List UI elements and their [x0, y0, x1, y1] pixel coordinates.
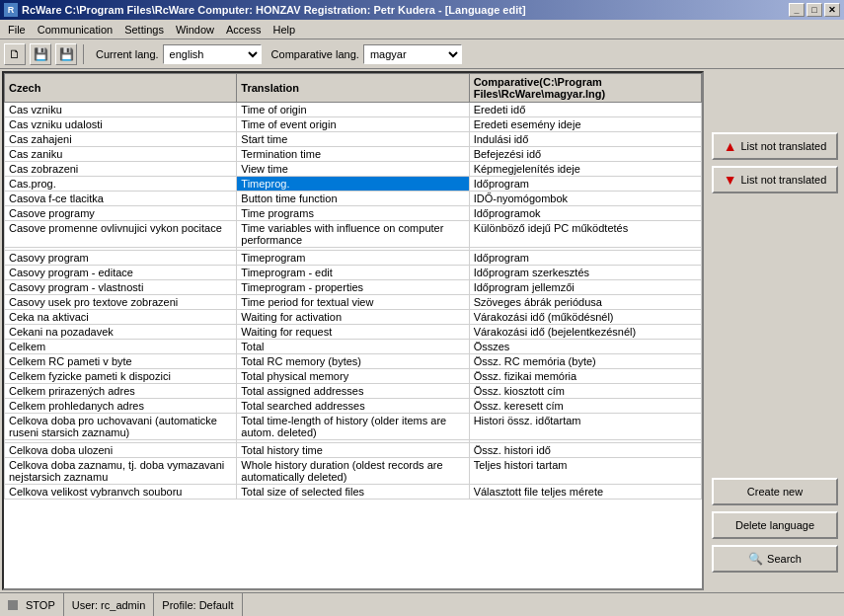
list-not-translated-up-button[interactable]: ▲ List not translated [712, 132, 838, 160]
table-row[interactable]: Celkova doba zaznamu, tj. doba vymazavan… [5, 458, 702, 485]
table-scroll[interactable]: Czech Translation Comparative(C:\Program… [4, 73, 702, 588]
current-lang-select[interactable]: english [163, 44, 262, 64]
create-new-button[interactable]: Create new [712, 478, 838, 505]
cell-czech: Celkem prirazených adres [5, 384, 237, 399]
cell-translation: Waiting for request [237, 325, 469, 340]
cell-comparative: Össz. histori idő [469, 443, 701, 458]
list-not-translated-1-label: List not translated [741, 140, 827, 152]
table-row[interactable]: Casove programyTime programsIdőprogramok [5, 206, 702, 221]
close-button[interactable]: ✕ [824, 3, 840, 17]
table-row[interactable]: Casovy usek pro textove zobrazeniTime pe… [5, 295, 702, 310]
cell-czech: Casova f-ce tlacitka [5, 192, 237, 206]
list-not-translated-down-button[interactable]: ▼ List not translated [712, 166, 838, 193]
minimize-button[interactable]: _ [789, 3, 805, 17]
table-row[interactable]: Cas zanikuTermination timeBefejezési idő [5, 147, 702, 162]
table-row[interactable]: Cas vzniku udalostiTime of event originE… [5, 117, 702, 132]
table-row[interactable]: Celkova velikost vybranvch souboruTotal … [5, 485, 702, 500]
table-row[interactable]: Celkem RC pameti v byteTotal RC memory (… [5, 354, 702, 369]
cell-translation: View time [237, 162, 469, 177]
cell-comparative: Időprogram szerkesztés [469, 266, 701, 280]
table-row[interactable]: Casove promenne ovlivnujici vykon pocita… [5, 221, 702, 248]
menu-access[interactable]: Access [220, 22, 267, 38]
cell-czech: Celkem prohledanych adres [5, 399, 237, 414]
table-row[interactable]: Cekani na pozadavekWaiting for requestVá… [5, 325, 702, 340]
profile-label: Profile: Default [162, 599, 233, 611]
stop-label: STOP [26, 599, 55, 611]
cell-czech: Cas vzniku [5, 103, 237, 117]
cell-comparative: Időprogram jellemzői [469, 280, 701, 295]
cell-comparative: Befejezési idő [469, 147, 701, 162]
cell-translation: Time variables with influence on compute… [237, 221, 469, 248]
menu-file[interactable]: File [2, 22, 32, 38]
table-row[interactable]: Celkova doba pro uchovavani (automaticke… [5, 414, 702, 440]
header-translation: Translation [237, 74, 469, 103]
maximize-button[interactable]: □ [806, 3, 822, 17]
cell-comparative: Össz. kiosztott cím [469, 384, 701, 399]
cell-czech: Casove promenne ovlivnujici vykon pocita… [5, 221, 237, 248]
table-row[interactable]: Casovy program - vlastnostiTimeprogram -… [5, 280, 702, 295]
title-bar: R RcWare C:\Program Files\RcWare Compute… [0, 0, 844, 20]
toolbar-btn-1[interactable]: 🗋 [4, 43, 26, 65]
cell-translation: Termination time [237, 147, 469, 162]
search-label: Search [767, 553, 802, 565]
cell-comparative: Különböző idejű PC működtetés [469, 221, 701, 248]
cell-czech: Cas zaniku [5, 147, 237, 162]
cell-czech: Casovy program - editace [5, 266, 237, 280]
cell-translation: Timeprog. [237, 177, 469, 192]
table-row[interactable]: Cas vznikuTime of originEredeti idő [5, 103, 702, 117]
menu-window[interactable]: Window [170, 22, 220, 38]
create-new-label: Create new [747, 486, 803, 498]
cell-comparative: Histori össz. időtartam [469, 414, 701, 440]
cell-comparative: Összes [469, 340, 701, 354]
table-row[interactable]: Cas zahajeniStart timeIndulási idő [5, 132, 702, 147]
table-row[interactable]: Casovy program - editaceTimeprogram - ed… [5, 266, 702, 280]
language-table: Czech Translation Comparative(C:\Program… [4, 73, 702, 500]
header-comparative: Comparative(C:\Program Files\RcWare\magy… [469, 74, 701, 103]
cell-translation: Time period for textual view [237, 295, 469, 310]
cell-czech: Casove programy [5, 206, 237, 221]
stop-section: STOP [0, 593, 64, 616]
cell-translation: Timeprogram - edit [237, 266, 469, 280]
toolbar-btn-save1[interactable]: 💾 [30, 43, 51, 65]
menu-communication[interactable]: Communication [32, 22, 118, 38]
right-panel: ▲ List not translated ▼ List not transla… [706, 69, 844, 592]
table-row[interactable]: Celkem fyzicke pameti k dispoziciTotal p… [5, 369, 702, 384]
cell-czech: Cas.prog. [5, 177, 237, 192]
cell-comparative: IDŐ-nyomógombok [469, 192, 701, 206]
search-button[interactable]: 🔍 Search [712, 545, 838, 573]
user-label: User: rc_admin [72, 599, 146, 611]
table-row[interactable]: Celkova doba ulozeniTotal history timeÖs… [5, 443, 702, 458]
table-row[interactable]: Cas.prog.Timeprog.Időprogram [5, 177, 702, 192]
cell-czech: Casovy usek pro textove zobrazeni [5, 295, 237, 310]
cell-comparative: Időprogramok [469, 206, 701, 221]
table-row[interactable]: Cas zobrazeniView timeKépmegjelenítés id… [5, 162, 702, 177]
cell-czech: Cekani na pozadavek [5, 325, 237, 340]
cell-czech: Celkem fyzicke pameti k dispozici [5, 369, 237, 384]
cell-czech: Celkem RC pameti v byte [5, 354, 237, 369]
delete-language-button[interactable]: Delete language [712, 511, 838, 539]
table-row[interactable]: Casova f-ce tlacitkaButton time function… [5, 192, 702, 206]
comparative-lang-select[interactable]: magyar [363, 44, 462, 64]
menu-settings[interactable]: Settings [118, 22, 170, 38]
window-title: RcWare C:\Program Files\RcWare Computer:… [22, 4, 526, 16]
header-czech: Czech [5, 74, 237, 103]
cell-czech: Celkem [5, 340, 237, 354]
delete-language-label: Delete language [735, 519, 814, 531]
cell-comparative: Eredeti esemény ideje [469, 117, 701, 132]
cell-comparative: Össz. fizikai memória [469, 369, 701, 384]
stop-indicator [8, 600, 18, 610]
table-row[interactable]: Celkem prirazených adresTotal assigned a… [5, 384, 702, 399]
list-not-translated-2-label: List not translated [741, 174, 827, 186]
menu-help[interactable]: Help [268, 22, 302, 38]
cell-comparative: Teljes histori tartam [469, 458, 701, 485]
cell-translation: Total RC memory (bytes) [237, 354, 469, 369]
table-row[interactable]: Celkem prohledanych adresTotal searched … [5, 399, 702, 414]
cell-comparative: Eredeti idő [469, 103, 701, 117]
table-row[interactable]: CelkemTotalÖsszes [5, 340, 702, 354]
toolbar-btn-save2[interactable]: 💾 [55, 43, 77, 65]
table-row[interactable]: Casovy programTimeprogramIdőprogram [5, 251, 702, 266]
cell-comparative: Szöveges ábrák periódusa [469, 295, 701, 310]
cell-translation: Time programs [237, 206, 469, 221]
table-row[interactable]: Ceka na aktivaciWaiting for activationVá… [5, 310, 702, 325]
cell-czech: Cas zahajeni [5, 132, 237, 147]
